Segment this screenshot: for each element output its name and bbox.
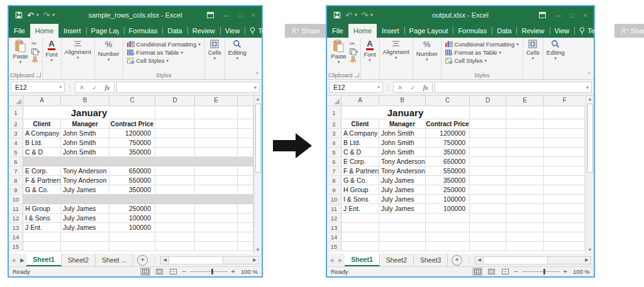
cell[interactable] <box>506 157 544 166</box>
row-header[interactable]: 5 <box>9 148 23 157</box>
row-header[interactable]: 15 <box>327 242 341 251</box>
cell[interactable] <box>544 148 585 157</box>
page-break-view-icon[interactable] <box>500 268 510 276</box>
tab-insert[interactable]: Insert <box>58 24 86 38</box>
cell[interactable] <box>155 138 195 148</box>
row-header[interactable]: 4 <box>9 138 23 148</box>
cell[interactable] <box>238 214 253 223</box>
cell[interactable] <box>470 223 506 232</box>
cell[interactable] <box>544 242 585 251</box>
cell[interactable] <box>470 176 506 185</box>
cell[interactable]: C & D <box>341 148 379 157</box>
prev-sheet-icon[interactable]: ◀ <box>330 257 333 263</box>
tab-review[interactable]: Review <box>516 24 549 38</box>
cell[interactable] <box>341 214 379 223</box>
scroll-up-icon[interactable]: ▲ <box>256 95 260 103</box>
cell[interactable] <box>238 232 253 242</box>
cells-button[interactable]: Cells ▾ <box>206 39 223 60</box>
horizontal-scrollbar[interactable]: ◀ ▶ <box>160 256 259 264</box>
cell[interactable]: 750000 <box>109 138 155 148</box>
tab-formulas[interactable]: Formulas <box>124 24 163 38</box>
column-header[interactable]: B <box>61 95 109 106</box>
row-header[interactable]: 14 <box>327 232 341 242</box>
row-header[interactable]: 10 <box>327 195 341 204</box>
tab-insert[interactable]: Insert <box>377 24 404 38</box>
cell[interactable] <box>109 242 155 251</box>
cell[interactable] <box>238 129 253 138</box>
cell[interactable] <box>195 106 238 119</box>
cell[interactable] <box>506 214 544 223</box>
column-header[interactable]: B <box>379 95 426 106</box>
column-header[interactable]: D <box>155 95 195 106</box>
number-button[interactable]: % Number ▾ <box>414 39 440 62</box>
cell[interactable] <box>155 204 195 214</box>
cell[interactable] <box>195 204 238 214</box>
next-sheet-icon[interactable]: ▶ <box>338 257 342 263</box>
tab-page-layout[interactable]: Page Layout <box>86 24 124 38</box>
alignment-button[interactable]: Alignment ▾ <box>63 39 93 60</box>
minimize-icon[interactable]: — <box>223 12 230 19</box>
cell[interactable] <box>544 106 585 119</box>
sheet-tab-3[interactable]: Sheet3 <box>414 254 448 266</box>
cell[interactable] <box>506 129 544 138</box>
cell[interactable] <box>544 214 585 223</box>
cell[interactable] <box>506 204 544 214</box>
format-as-table-button[interactable]: Format as Table▾ <box>445 49 501 56</box>
zoom-out-icon[interactable]: − <box>514 268 518 275</box>
row-header[interactable]: 10 <box>9 195 23 204</box>
cell[interactable]: 250000 <box>109 204 155 214</box>
maximize-icon[interactable]: □ <box>238 12 243 19</box>
scroll-up-icon[interactable]: ▲ <box>588 95 592 103</box>
font-button[interactable]: A Font ▾ <box>362 39 378 62</box>
cell[interactable] <box>506 185 544 195</box>
scroll-right-icon[interactable]: ▶ <box>251 257 258 264</box>
row-header[interactable]: 2 <box>9 119 23 129</box>
cell[interactable]: 100000 <box>109 223 155 232</box>
cell[interactable] <box>195 129 238 138</box>
zoom-out-icon[interactable]: − <box>182 268 186 275</box>
cell[interactable] <box>61 242 109 251</box>
cell[interactable] <box>506 195 544 204</box>
row-header[interactable]: 2 <box>327 119 341 129</box>
zoom-in-icon[interactable]: + <box>564 268 567 275</box>
cell[interactable] <box>195 138 238 148</box>
ribbon-display-options-icon[interactable] <box>539 12 546 18</box>
blank-gray-row[interactable] <box>23 157 253 166</box>
cell[interactable]: 1200000 <box>426 129 470 138</box>
number-button[interactable]: % Number ▾ <box>96 39 121 62</box>
cell[interactable]: B Ltd. <box>341 138 379 148</box>
confirm-entry-icon[interactable]: ✓ <box>88 84 101 91</box>
cell[interactable] <box>470 214 506 223</box>
cell[interactable]: 350000 <box>109 185 155 195</box>
font-button[interactable]: A Font ▾ <box>44 39 60 62</box>
cell[interactable] <box>195 223 238 232</box>
cell[interactable] <box>155 214 195 223</box>
row-header[interactable]: 12 <box>327 214 341 223</box>
cell[interactable]: July James <box>61 214 109 223</box>
conditional-formatting-button[interactable]: Conditional Formatting▾ <box>445 41 519 48</box>
column-header[interactable]: C <box>109 95 155 106</box>
cell[interactable]: E Corp. <box>341 157 379 166</box>
cell[interactable]: 650000 <box>109 166 155 176</box>
cell[interactable]: I & Sons <box>341 195 379 204</box>
format-painter-icon[interactable] <box>350 57 357 63</box>
row-header[interactable]: 15 <box>9 242 23 251</box>
cell[interactable]: F & Partners <box>23 176 61 185</box>
cell[interactable] <box>155 106 195 119</box>
cell[interactable]: Contract Price <box>426 119 470 129</box>
next-sheet-icon[interactable]: ▶ <box>20 257 24 263</box>
cell[interactable] <box>61 232 109 242</box>
column-header[interactable]: C <box>426 95 470 106</box>
cell[interactable] <box>544 204 585 214</box>
cell[interactable]: E Corp. <box>23 166 61 176</box>
tab-data[interactable]: Data <box>492 24 516 38</box>
vertical-scrollbar[interactable]: ▲ ▼ <box>253 95 262 254</box>
cell[interactable] <box>544 119 585 129</box>
save-icon[interactable] <box>333 11 341 19</box>
scroll-left-icon[interactable]: ◀ <box>475 257 483 264</box>
cell[interactable] <box>155 242 195 251</box>
vertical-scrollbar[interactable]: ▲ ▼ <box>586 95 594 254</box>
sheet-tab-2[interactable]: Sheet2 <box>62 254 96 266</box>
row-header[interactable]: 3 <box>327 129 341 138</box>
collapse-ribbon-icon[interactable]: ^ <box>256 71 258 77</box>
